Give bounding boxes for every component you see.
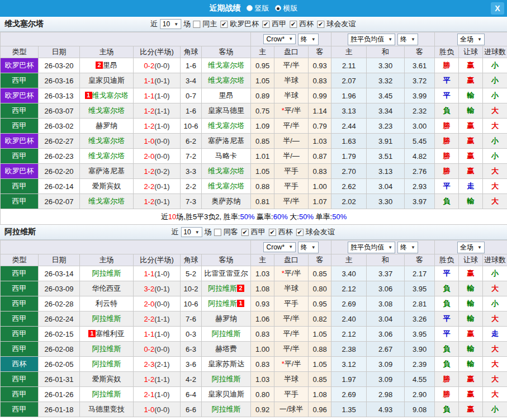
team-name-text: 塞维利亚 [96, 329, 125, 338]
chevron-down-icon: ▼ [411, 37, 415, 42]
full-score: 1-2 [144, 375, 154, 384]
average-select[interactable]: 胜平负均值▼ [348, 34, 395, 45]
goals-result-cell: 大 [483, 103, 507, 119]
asian-final-select[interactable]: 终▼ [298, 242, 319, 253]
half-score: (0-0) [154, 345, 169, 353]
euro-away-odds-cell: 5.45 [405, 134, 435, 149]
full-score: 1-2 [144, 107, 154, 115]
scope-select-value: 全场 [460, 243, 473, 252]
asian-away-odds-cell: 1.08 [309, 387, 331, 402]
euro-final-select[interactable]: 终▼ [397, 242, 418, 253]
euro-home-odds-cell: 1.63 [331, 134, 367, 149]
summary-segment: 10 [168, 213, 176, 221]
home-team-cell: 2里昂 [80, 58, 134, 73]
euro-final-select[interactable]: 终▼ [397, 34, 418, 45]
match-count-select[interactable]: 10▼ [181, 227, 202, 237]
goals-result-cell: 大 [483, 164, 507, 179]
view-mode-radio-0[interactable]: 竖版 [247, 3, 269, 13]
average-select[interactable]: 胜平负均值▼ [348, 242, 395, 253]
league-checkbox-2[interactable]: ✔ [296, 229, 304, 236]
league-checkbox-2[interactable]: ✔ [290, 21, 297, 28]
home-team-cell: 皇家贝迪斯 [80, 73, 134, 88]
recent-table-0: Crow*▼ 终▼胜平负均值▼ 终▼全场▼类型日期主场比分(半场)角球客场主盘口… [0, 32, 507, 225]
away-team-cell: 马略卡 [202, 149, 251, 164]
date-cell: 26-01-31 [39, 372, 80, 387]
league-checkbox-3[interactable]: ✔ [317, 21, 324, 28]
column-header: 盘口 [274, 46, 309, 58]
euro-odds-controls: 胜平负均值▼ 终▼ [331, 32, 435, 46]
asian-away-odds-cell: 0.85 [309, 372, 331, 387]
goals-result-cell: 小 [483, 402, 507, 417]
score-cell: 1-2(0-2) [134, 164, 181, 179]
radio-icon [275, 5, 281, 11]
asian-line-text: 平/半 [285, 269, 301, 277]
team-name-text: 皇家马德里 [208, 106, 244, 115]
asian-final-select[interactable]: 终▼ [298, 34, 319, 45]
league-cell: 西甲 [1, 327, 39, 342]
euro-home-odds-cell: 1.35 [331, 402, 367, 417]
corners-cell: 7-6 [181, 312, 202, 327]
asian-line-cell: 平手 [274, 296, 309, 312]
match-row: 欧罗巴杯26-03-131维戈塞尔塔1-1(1-0)0-7里昂0.89半球0.9… [1, 88, 507, 103]
scope-select[interactable]: 全场▼ [457, 242, 485, 253]
same-venue-checkbox[interactable] [214, 229, 221, 236]
league-label-1: 西甲 [272, 19, 286, 29]
half-score: (0-1) [154, 285, 169, 293]
euro-home-odds-cell: 3.12 [331, 357, 367, 372]
date-cell: 26-03-20 [39, 58, 80, 73]
bookmaker-select[interactable]: Crow*▼ [263, 242, 296, 252]
same-venue-checkbox[interactable] [193, 21, 200, 28]
asian-away-odds-cell: 0.87 [309, 149, 331, 164]
team-name-text: 阿拉维斯 [92, 345, 121, 353]
asian-line-cell: 平手 [274, 387, 309, 402]
asian-line-cell: 平/半 [274, 312, 309, 327]
summary-segment: 赢率: [254, 213, 273, 221]
team-name-text: 奥萨苏纳 [212, 197, 241, 205]
summary-cell: 近10场,胜5平3负2, 胜率:50% 赢率:60% 大:50% 单率:50% [1, 209, 507, 225]
bookmaker-select[interactable]: Crow*▼ [263, 34, 296, 44]
corners-cell: 5-2 [181, 266, 202, 281]
asian-line-text: 半球 [284, 284, 298, 292]
euro-home-odds-cell: 2.07 [331, 73, 367, 88]
handicap-result-cell: 赢 [459, 149, 483, 164]
close-button[interactable]: X [491, 2, 504, 15]
corners-cell: 6-4 [181, 387, 202, 402]
league-checkbox-1[interactable]: ✔ [262, 21, 269, 28]
league-checkbox-1[interactable]: ✔ [269, 229, 276, 236]
view-mode-radio-1[interactable]: 横版 [275, 3, 298, 13]
league-label-0: 西甲 [251, 227, 266, 237]
euro-draw-odds-cell: 3.91 [367, 134, 405, 149]
score-cell: 1-2(1-0) [134, 119, 181, 134]
half-score: (0-0) [154, 152, 169, 161]
home-team-cell: 利云特 [80, 296, 134, 312]
score-cell: 1-2(1-1) [134, 372, 181, 387]
section-header-alaves: 阿拉维斯 近10▼场同客✔西甲✔西杯✔球会友谊 [0, 225, 507, 240]
asian-line-text: 平手 [284, 299, 298, 308]
euro-home-odds-cell: 1.79 [331, 149, 367, 164]
scope-select[interactable]: 全场▼ [457, 34, 485, 45]
home-team-cell: 维戈塞尔塔 [80, 149, 134, 164]
column-header: 日期 [39, 46, 80, 58]
corners-cell: 7-2 [181, 149, 202, 164]
match-row: 西甲26-02-24阿拉维斯2-2(1-1)7-6赫罗纳1.06平/半0.822… [1, 312, 507, 327]
asian-home-odds-cell: 0.92 [251, 402, 274, 417]
euro-draw-odds-cell: 3.30 [367, 58, 405, 73]
home-team-cell: 维戈塞尔塔 [80, 103, 134, 119]
section-header-celta: 维戈塞尔塔 近10▼场同主✔欧罗巴杯✔西甲✔西杯✔球会友谊 [0, 17, 507, 32]
asian-home-odds-cell: 0.83 [251, 357, 274, 372]
chevron-down-icon: ▼ [477, 245, 482, 250]
asian-line-text: 半球 [284, 375, 298, 383]
match-row: 西甲26-03-09华伦西亚3-2(0-1)10-2阿拉维斯21.08半球0.8… [1, 281, 507, 296]
away-team-cell: 阿拉维斯 [202, 402, 251, 417]
asian-line-text: 平/半 [283, 345, 300, 353]
league-checkbox-0[interactable]: ✔ [241, 229, 249, 236]
handicap-result-cell: 赢 [459, 73, 483, 88]
score-cell: 2-0(0-0) [134, 149, 181, 164]
summary-segment: 50% [240, 213, 254, 221]
match-count-select[interactable]: 10▼ [160, 19, 181, 29]
asian-home-odds-cell: 1.05 [251, 164, 274, 179]
score-cell: 2-2(0-1) [134, 179, 181, 194]
league-checkbox-0[interactable]: ✔ [220, 21, 228, 28]
euro-home-odds-cell: 1.96 [331, 88, 367, 103]
asian-home-odds-cell: 0.95 [251, 58, 274, 73]
